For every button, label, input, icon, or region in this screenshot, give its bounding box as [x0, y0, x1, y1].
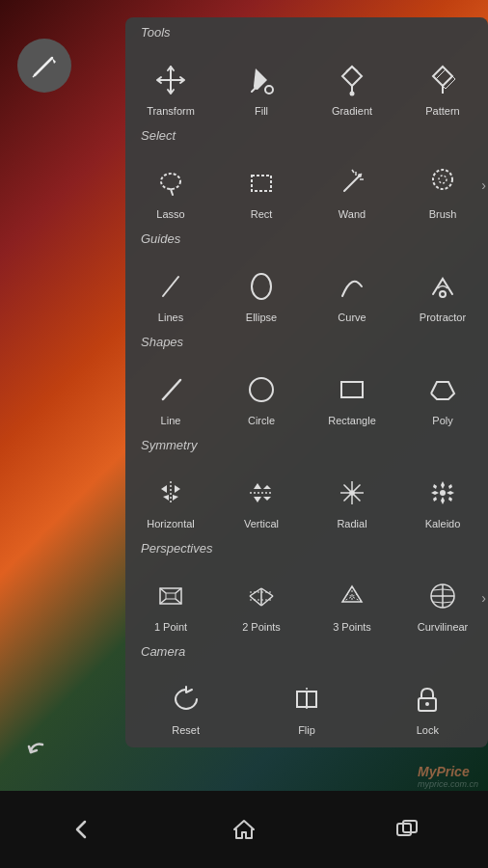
tools-grid-perspectives: 1 Point 2 Points — [125, 559, 488, 637]
svg-line-44 — [261, 596, 273, 606]
section-header-tools: Tools — [125, 17, 488, 43]
section-header-guides: Guides — [125, 224, 488, 250]
section-header-select: Select — [125, 121, 488, 147]
tool-line[interactable]: Line — [125, 353, 216, 430]
svg-rect-55 — [297, 692, 307, 707]
tool-horizontal-label: Horizontal — [147, 518, 195, 529]
symmetry-vertical-icon — [238, 470, 285, 516]
svg-rect-22 — [341, 382, 363, 397]
svg-line-7 — [171, 189, 173, 195]
svg-line-31 — [354, 495, 360, 501]
tool-2points[interactable]: 2 Points — [216, 559, 307, 637]
tool-lock[interactable]: Lock — [367, 663, 488, 740]
tool-pattern[interactable]: Pattern — [397, 43, 488, 121]
rectangle-icon — [329, 366, 375, 413]
svg-point-14 — [358, 174, 362, 177]
tool-reset-label: Reset — [172, 724, 200, 736]
svg-line-0 — [35, 58, 52, 75]
svg-line-43 — [250, 596, 261, 606]
tool-gradient-label: Gradient — [332, 105, 372, 117]
tool-rect[interactable]: Rect — [216, 147, 307, 224]
svg-rect-56 — [307, 692, 316, 707]
tool-rectangle[interactable]: Rectangle — [307, 353, 397, 430]
tool-curvilinear-label: Curvilinear — [418, 621, 469, 633]
tool-kaleido[interactable]: Kaleido — [397, 456, 488, 533]
svg-line-20 — [163, 380, 180, 399]
persp3-icon — [329, 573, 375, 619]
tool-brush-select-label: Brush — [429, 208, 457, 220]
tool-ellipse[interactable]: Ellipse — [216, 250, 307, 327]
tool-radial-label: Radial — [337, 518, 366, 529]
tool-fill[interactable]: Fill — [216, 43, 307, 121]
svg-point-34 — [440, 490, 446, 496]
tool-rect-label: Rect — [251, 208, 273, 220]
svg-point-59 — [425, 702, 429, 706]
lines-icon — [148, 263, 194, 310]
line-shape-icon — [148, 366, 194, 413]
svg-point-21 — [250, 378, 273, 401]
section-header-camera: Camera — [125, 637, 488, 663]
tool-protractor[interactable]: Protractor — [397, 250, 488, 327]
svg-point-18 — [252, 274, 271, 299]
pen-button[interactable] — [17, 39, 71, 93]
tool-lasso[interactable]: Lasso — [125, 147, 216, 224]
tools-grid-symmetry: Horizontal Vertical — [125, 456, 488, 533]
tool-curve-label: Curve — [338, 312, 366, 323]
tool-3points[interactable]: 3 Points — [307, 559, 397, 637]
lasso-icon — [148, 160, 194, 206]
tool-lasso-label: Lasso — [156, 208, 184, 220]
tool-kaleido-label: Kaleido — [425, 518, 461, 529]
tool-lines-label: Lines — [158, 312, 183, 323]
tool-1point-label: 1 Point — [154, 621, 187, 633]
tools-grid-guides: Lines Ellipse Curve — [125, 250, 488, 327]
tool-circle[interactable]: Circle — [216, 353, 307, 430]
tool-transform[interactable]: Transform — [125, 43, 216, 121]
tool-pattern-label: Pattern — [425, 105, 459, 117]
tool-1point[interactable]: 1 Point — [125, 559, 216, 637]
flip-icon — [284, 676, 330, 722]
tool-horizontal[interactable]: Horizontal — [125, 456, 216, 533]
tool-protractor-label: Protractor — [420, 312, 466, 323]
tool-3points-label: 3 Points — [333, 621, 371, 633]
watermark: MyPrice myprice.com.cn — [418, 764, 478, 789]
tool-line-label: Line — [161, 415, 181, 426]
persp2-icon — [238, 573, 285, 619]
svg-point-15 — [433, 170, 452, 189]
tool-poly[interactable]: Poly — [397, 353, 488, 430]
svg-point-19 — [440, 291, 446, 297]
tool-lock-label: Lock — [417, 724, 439, 736]
tool-vertical-label: Vertical — [244, 518, 279, 529]
fill-icon — [238, 57, 285, 103]
tool-curve[interactable]: Curve — [307, 250, 397, 327]
svg-point-16 — [439, 176, 447, 183]
nav-back-button[interactable] — [52, 800, 110, 858]
pattern-icon — [420, 57, 466, 103]
move-icon — [148, 57, 194, 103]
watermark-url: myprice.com.cn — [418, 779, 478, 789]
tool-flip[interactable]: Flip — [246, 663, 366, 740]
tool-brush-select[interactable]: Brush — [397, 147, 488, 224]
tool-lines[interactable]: Lines — [125, 250, 216, 327]
tool-gradient[interactable]: Gradient — [307, 43, 397, 121]
tool-curvilinear[interactable]: Curvilinear — [397, 559, 488, 637]
svg-line-1 — [33, 74, 36, 77]
tool-vertical[interactable]: Vertical — [216, 456, 307, 533]
tools-panel: Tools Transform — [125, 17, 488, 747]
wand-icon — [329, 160, 375, 206]
undo-button[interactable] — [17, 731, 60, 773]
tool-reset[interactable]: Reset — [125, 663, 246, 740]
tool-wand-label: Wand — [339, 208, 366, 220]
protractor-icon — [420, 263, 466, 310]
gradient-icon — [329, 57, 375, 103]
tool-fill-label: Fill — [255, 105, 268, 117]
nav-recents-button[interactable] — [378, 800, 436, 858]
nav-home-button[interactable] — [215, 800, 273, 858]
tools-grid-shapes: Line Circle Rectangle — [125, 353, 488, 430]
curvilinear-icon — [420, 573, 466, 619]
tool-wand[interactable]: Wand — [307, 147, 397, 224]
tool-radial[interactable]: Radial — [307, 456, 397, 533]
tool-2points-label: 2 Points — [242, 621, 281, 633]
radial-icon — [329, 470, 375, 516]
svg-point-2 — [265, 86, 273, 94]
svg-line-33 — [344, 495, 350, 501]
